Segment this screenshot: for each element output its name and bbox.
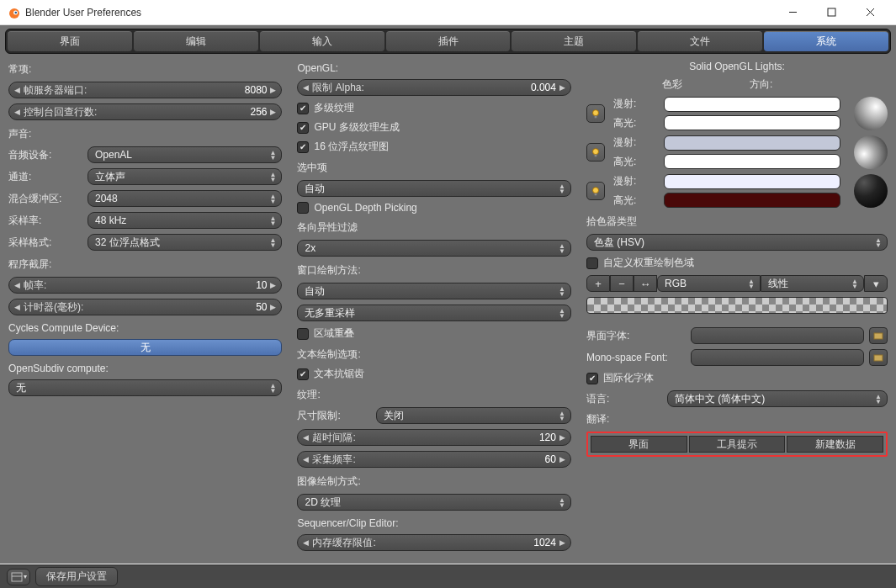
translate-interface-button[interactable]: 界面 <box>591 436 687 453</box>
light-2-direction[interactable] <box>854 135 888 169</box>
light-2-diffuse-swatch[interactable] <box>664 135 840 151</box>
channels-select[interactable]: 立体声 ▲▼ <box>87 168 282 185</box>
console-scrollback-field[interactable]: ◀ 控制台回查行数: 256 ▶ <box>8 103 282 120</box>
dropdown-icon: ▲▼ <box>270 238 277 247</box>
frameserver-port-label: 帧服务器端口: <box>20 83 245 98</box>
imgdraw-select[interactable]: 2D 纹理 ▲▼ <box>297 494 570 511</box>
float16-checkbox[interactable] <box>297 141 309 153</box>
light-3-direction[interactable] <box>854 174 888 208</box>
dropdown-icon: ▲▼ <box>559 184 565 193</box>
textaa-checkbox[interactable] <box>297 368 309 380</box>
titlebar: Blender User Preferences <box>0 0 896 25</box>
view-menu-button[interactable]: ▾ <box>7 569 30 585</box>
sound-heading: 声音: <box>8 127 282 141</box>
tab-file[interactable]: 文件 <box>638 31 762 51</box>
collectrate-field[interactable]: ◀ 采集频率: 60 ▶ <box>297 451 570 468</box>
tab-system[interactable]: 系统 <box>764 31 888 51</box>
svg-rect-15 <box>12 573 22 581</box>
opengl-heading: OpenGL: <box>297 62 570 74</box>
timer-field[interactable]: ◀ 计时器(毫秒): 50 ▶ <box>8 299 282 315</box>
aniso-heading: 各向异性过滤 <box>297 220 570 235</box>
maximize-button[interactable] <box>812 0 851 25</box>
flip-button[interactable]: ↔ <box>634 275 657 292</box>
chevron-left-icon: ◀ <box>14 303 20 311</box>
intlfont-checkbox[interactable] <box>586 373 598 384</box>
depthpick-checkbox[interactable] <box>297 202 309 214</box>
regionoverlap-checkbox[interactable] <box>297 328 309 340</box>
col-lights: Solid OpenGL Lights: 色彩 方向: 漫射: 高光: <box>586 61 888 564</box>
mixbuffer-select[interactable]: 2048 ▲▼ <box>87 190 282 207</box>
frameserver-port-field[interactable]: ◀ 帧服务器端口: 8080 ▶ <box>8 82 282 98</box>
aniso-select[interactable]: 2x ▲▼ <box>297 240 570 257</box>
mipmaps-checkbox[interactable] <box>297 103 309 114</box>
chevron-left-icon: ◀ <box>14 86 20 94</box>
cycles-none-button[interactable]: 无 <box>8 339 282 356</box>
uifont-label: 界面字体: <box>586 329 686 343</box>
tab-interface[interactable]: 界面 <box>8 31 132 51</box>
translate-tooltips-button[interactable]: 工具提示 <box>689 436 786 453</box>
light-2-specular-swatch[interactable] <box>664 154 840 169</box>
samplerate-select[interactable]: 48 kHz ▲▼ <box>87 212 282 229</box>
add-button[interactable]: + <box>586 275 610 292</box>
content-area: 界面 编辑 输入 插件 主题 文件 系统 常项: ◀ 帧服务器端口: 8080 … <box>0 25 896 564</box>
color-ramp[interactable] <box>586 297 888 314</box>
tab-addons[interactable]: 插件 <box>386 31 511 51</box>
sizelimit-select[interactable]: 关闭 ▲▼ <box>376 407 570 424</box>
light-1-toggle[interactable] <box>586 104 605 123</box>
light-3-diffuse-swatch[interactable] <box>664 174 840 189</box>
svg-point-9 <box>592 149 598 155</box>
close-button[interactable] <box>851 0 889 25</box>
customweight-checkbox[interactable] <box>586 257 598 269</box>
uifont-browse-button[interactable] <box>869 327 888 344</box>
windraw-heading: 窗口绘制方法: <box>297 263 570 278</box>
dropdown-icon: ▲▼ <box>559 244 565 253</box>
linear-select[interactable]: 线性▲▼ <box>761 275 864 292</box>
light-1-specular-swatch[interactable] <box>664 115 840 130</box>
audio-device-select[interactable]: OpenAL ▲▼ <box>87 146 282 163</box>
gpumipmap-checkbox[interactable] <box>297 122 309 134</box>
samplefmt-select[interactable]: 32 位浮点格式 ▲▼ <box>87 234 282 251</box>
fps-field[interactable]: ◀ 帧率: 10 ▶ <box>8 277 282 294</box>
monofont-browse-button[interactable] <box>869 349 888 366</box>
chevron-left-icon: ◀ <box>303 433 309 442</box>
chevron-right-icon: ▶ <box>559 83 565 92</box>
minimize-button[interactable] <box>773 0 812 25</box>
memcache-field[interactable]: ◀ 内存缓存限值: 1024 ▶ <box>297 534 570 551</box>
colorpicker-select[interactable]: 色盘 (HSV) ▲▼ <box>586 234 888 251</box>
col-opengl: OpenGL: ◀ 限制 Alpha: 0.004 ▶ 多级纹理 GPU 多级纹… <box>297 61 570 564</box>
rgb-select[interactable]: RGB▲▼ <box>657 275 761 292</box>
light-1-diffuse-swatch[interactable] <box>664 97 840 112</box>
chevron-right-icon: ▶ <box>270 86 276 94</box>
multisample-select[interactable]: 无多重采样 ▲▼ <box>297 305 570 321</box>
opensubdiv-select[interactable]: 无 ▲▼ <box>8 379 282 396</box>
clipalpha-field[interactable]: ◀ 限制 Alpha: 0.004 ▶ <box>297 79 570 96</box>
language-select[interactable]: 简体中文 (简体中文) ▲▼ <box>667 390 888 407</box>
light-3-toggle[interactable] <box>586 182 605 200</box>
light-2-toggle[interactable] <box>586 143 605 162</box>
chevron-right-icon: ▶ <box>559 433 565 442</box>
chevron-right-icon: ▶ <box>270 281 276 289</box>
tab-input[interactable]: 输入 <box>260 31 384 51</box>
light-1-direction[interactable] <box>854 97 888 130</box>
monofont-field[interactable] <box>691 349 864 366</box>
color-header: 色彩 <box>662 77 682 92</box>
tab-editing[interactable]: 编辑 <box>134 31 258 51</box>
remove-button[interactable]: − <box>610 275 634 292</box>
tools-menu-button[interactable]: ▾ <box>864 275 888 292</box>
mipmaps-label: 多级纹理 <box>314 101 354 115</box>
dropdown-icon: ▲▼ <box>875 238 882 247</box>
selection-select[interactable]: 自动 ▲▼ <box>297 180 570 197</box>
translate-newdata-button[interactable]: 新建数据 <box>787 436 883 453</box>
svg-point-2 <box>15 11 18 13</box>
save-user-settings-button[interactable]: 保存用户设置 <box>35 567 118 586</box>
folder-icon <box>873 331 883 341</box>
light-3-specular-swatch[interactable] <box>664 193 840 208</box>
footer: ▾ 保存用户设置 <box>0 564 896 588</box>
tab-themes[interactable]: 主题 <box>512 31 636 51</box>
dropdown-icon: ▲▼ <box>875 395 882 404</box>
uifont-field[interactable] <box>691 327 864 344</box>
windraw-select[interactable]: 自动 ▲▼ <box>297 283 570 299</box>
chevron-left-icon: ◀ <box>14 281 20 289</box>
timeout-field[interactable]: ◀ 超时间隔: 120 ▶ <box>297 429 570 446</box>
svg-rect-8 <box>595 116 597 119</box>
